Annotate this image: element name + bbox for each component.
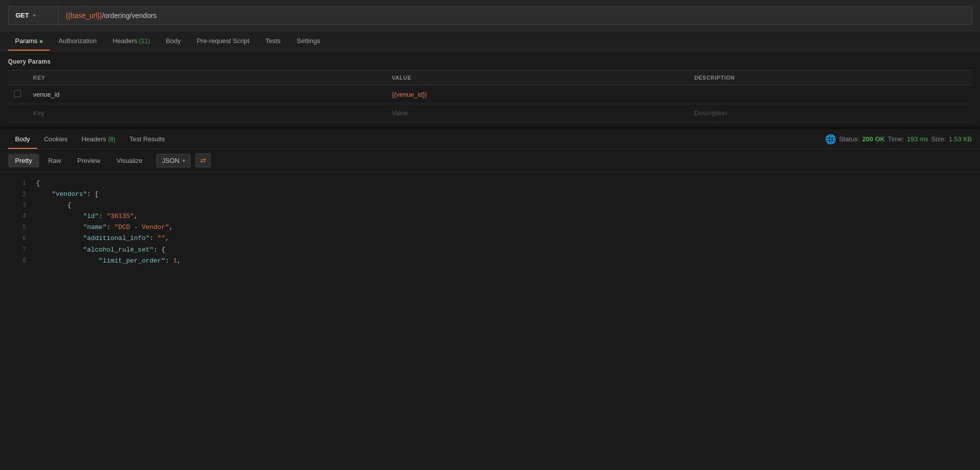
tab-pre-request[interactable]: Pre-request Script [190,31,256,51]
table-row: venue_id {{venue_id}} [8,85,972,104]
col-value: VALUE [386,71,688,85]
size-label: Size: [931,135,946,143]
status-value: 200 OK [862,135,885,143]
line-num-1: 1 [8,178,26,188]
code-content-8: "limit_per_order": 1, [36,256,972,267]
format-tab-preview[interactable]: Preview [70,154,107,167]
description-placeholder: Description [694,109,727,117]
chevron-down-icon: ▾ [33,13,36,18]
code-line-8: 8 "limit_per_order": 1, [0,256,980,267]
format-bar: Pretty Raw Preview Visualize JSON ▾ ⇄ [0,149,980,172]
response-tab-cookies[interactable]: Cookies [37,129,75,149]
format-tab-raw[interactable]: Raw [41,154,68,167]
code-line-2: 2 "vendors": [ [0,189,980,200]
code-content-5: "name": "DCD - Vendor", [36,222,972,233]
col-key: KEY [27,71,386,85]
code-content-1: { [36,178,972,189]
col-description: DESCRIPTION [688,71,972,85]
wrap-icon: ⇄ [200,156,206,164]
line-num-5: 5 [8,222,26,232]
row-key[interactable]: venue_id [27,85,386,104]
code-content-2: "vendors": [ [36,189,972,200]
placeholder-description[interactable]: Description [688,104,972,122]
request-tabs-row: Params Authorization Headers (11) Body P… [8,31,972,51]
tab-headers[interactable]: Headers (11) [106,31,157,51]
tab-body[interactable]: Body [159,31,188,51]
method-selector[interactable]: GET ▾ [8,6,58,25]
code-content-4: "id": "36135", [36,211,972,222]
format-chevron-icon: ▾ [183,158,185,163]
placeholder-checkbox-cell [8,104,27,122]
line-num-7: 7 [8,245,26,255]
globe-icon: 🌐 [825,134,836,145]
params-table: KEY VALUE DESCRIPTION venue_id {{venue_i… [8,70,972,122]
url-variable: {{base_url}} [66,12,102,20]
format-select-label: JSON [162,157,180,164]
size-value: 1.53 KB [949,135,972,143]
url-bar: GET ▾ {{base_url}}/ordering/vendors [0,0,980,31]
time-label: Time: [888,135,904,143]
format-tab-pretty[interactable]: Pretty [8,154,39,167]
line-num-8: 8 [8,256,26,266]
url-text: {{base_url}}/ordering/vendors [66,12,156,20]
row-checkbox[interactable] [14,90,21,97]
method-label: GET [16,12,29,19]
format-tab-visualize[interactable]: Visualize [109,154,149,167]
time-value: 193 ms [907,135,928,143]
code-content-6: "additional_info": "", [36,233,972,244]
url-input[interactable]: {{base_url}}/ordering/vendors [58,6,972,25]
response-tabs-row: Body Cookies Headers (8) Test Results 🌐 … [0,129,980,149]
value-placeholder: Value [392,109,408,117]
headers-badge: (11) [139,38,149,45]
code-line-5: 5 "name": "DCD - Vendor", [0,222,980,233]
row-checkbox-cell[interactable] [8,85,27,104]
format-select[interactable]: JSON ▾ [156,154,191,167]
row-value[interactable]: {{venue_id}} [386,85,688,104]
row-value-variable: {{venue_id}} [392,91,427,98]
code-line-7: 7 "alcohol_rule_set": { [0,245,980,256]
response-tab-headers[interactable]: Headers (8) [75,129,122,149]
response-tab-test-results[interactable]: Test Results [122,129,172,149]
placeholder-value[interactable]: Value [386,104,688,122]
params-dot [40,40,43,43]
response-tab-body[interactable]: Body [8,129,37,149]
table-row-placeholder: Key Value Description [8,104,972,122]
tab-authorization[interactable]: Authorization [52,31,104,51]
code-viewer: 1 { 2 "vendors": [ 3 { 4 "id": "36135", … [0,172,980,273]
tab-settings[interactable]: Settings [290,31,328,51]
request-tabs-container: Params Authorization Headers (11) Body P… [0,31,980,51]
tab-tests[interactable]: Tests [258,31,287,51]
row-description[interactable] [688,85,972,104]
response-meta: 🌐 Status: 200 OK Time: 193 ms Size: 1.53… [825,134,972,145]
status-label: Status: [839,135,859,143]
tab-params[interactable]: Params [8,31,50,51]
code-line-3: 3 { [0,200,980,211]
col-checkbox [8,71,27,85]
line-num-4: 4 [8,211,26,221]
key-placeholder: Key [33,109,44,117]
response-headers-badge: (8) [108,136,115,143]
line-num-3: 3 [8,200,26,210]
code-content-3: { [36,200,972,211]
query-params-section: Query Params KEY VALUE DESCRIPTION venue… [0,51,980,122]
code-content-7: "alcohol_rule_set": { [36,245,972,256]
line-num-6: 6 [8,233,26,244]
line-num-2: 2 [8,189,26,199]
code-line-1: 1 { [0,178,980,189]
placeholder-key[interactable]: Key [27,104,386,122]
response-section: Body Cookies Headers (8) Test Results 🌐 … [0,126,980,273]
section-title: Query Params [8,58,972,65]
wrap-button[interactable]: ⇄ [196,153,211,167]
url-path: /ordering/vendors [102,12,156,20]
code-line-4: 4 "id": "36135", [0,211,980,222]
code-line-6: 6 "additional_info": "", [0,233,980,244]
